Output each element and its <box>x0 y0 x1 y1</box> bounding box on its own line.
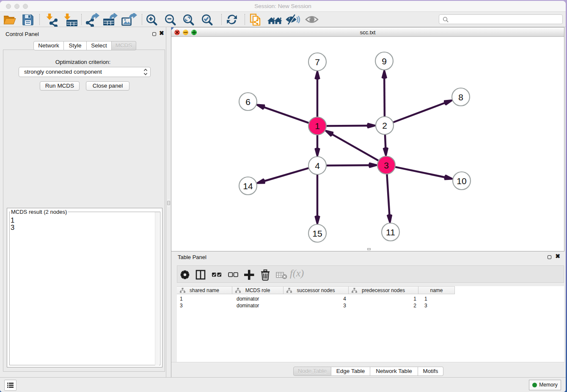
svg-text:14: 14 <box>243 181 253 191</box>
svg-text:11: 11 <box>386 227 395 237</box>
svg-text:6: 6 <box>245 97 250 107</box>
svg-text:4: 4 <box>315 161 320 171</box>
svg-text:7: 7 <box>315 57 320 67</box>
svg-text:2: 2 <box>382 121 387 130</box>
svg-text:8: 8 <box>458 92 463 102</box>
svg-text:15: 15 <box>312 229 322 238</box>
svg-text:10: 10 <box>457 176 466 186</box>
svg-text:3: 3 <box>384 160 389 170</box>
svg-text:9: 9 <box>382 56 387 66</box>
svg-text:1: 1 <box>315 121 320 131</box>
